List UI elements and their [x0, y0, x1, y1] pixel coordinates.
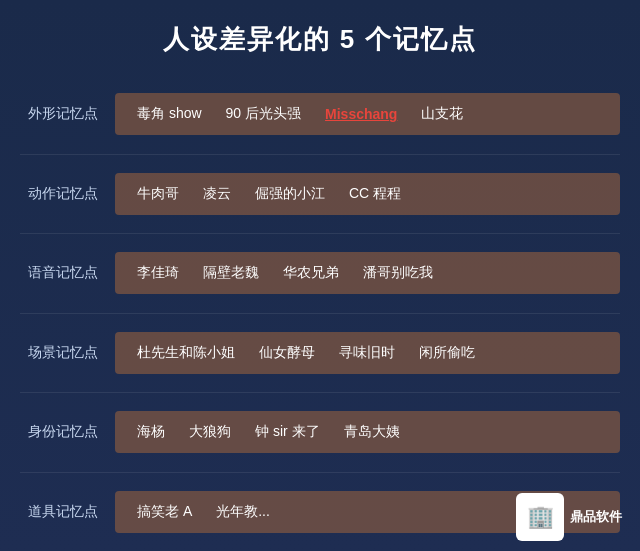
table-row: 身份记忆点海杨大狼狗钟 sir 来了青岛大姨 — [20, 393, 620, 473]
tag: 倔强的小江 — [247, 183, 333, 205]
row-label: 道具记忆点 — [20, 503, 115, 521]
table-area: 外形记忆点毒角 show90 后光头强Misschang山支花动作记忆点牛肉哥凌… — [0, 75, 640, 551]
tag: 仙女酵母 — [251, 342, 323, 364]
table-row: 动作记忆点牛肉哥凌云倔强的小江CC 程程 — [20, 155, 620, 235]
tag: 海杨 — [129, 421, 173, 443]
row-content: 毒角 show90 后光头强Misschang山支花 — [115, 93, 620, 135]
tag: 闲所偷吃 — [411, 342, 483, 364]
tag: 华农兄弟 — [275, 262, 347, 284]
tag: 钟 sir 来了 — [247, 421, 328, 443]
table-row: 场景记忆点杜先生和陈小姐仙女酵母寻味旧时闲所偷吃 — [20, 314, 620, 394]
table-row: 语音记忆点李佳琦隔壁老魏华农兄弟潘哥别吃我 — [20, 234, 620, 314]
tag: 青岛大姨 — [336, 421, 408, 443]
tag: 凌云 — [195, 183, 239, 205]
tag: 牛肉哥 — [129, 183, 187, 205]
tag: 李佳琦 — [129, 262, 187, 284]
tag: 隔壁老魏 — [195, 262, 267, 284]
tag: 大狼狗 — [181, 421, 239, 443]
tag: 搞笑老 A — [129, 501, 200, 523]
row-content: 杜先生和陈小姐仙女酵母寻味旧时闲所偷吃 — [115, 332, 620, 374]
tag: 毒角 show — [129, 103, 210, 125]
row-label: 身份记忆点 — [20, 423, 115, 441]
table-row: 外形记忆点毒角 show90 后光头强Misschang山支花 — [20, 75, 620, 155]
watermark: 🏢 鼎品软件 — [516, 493, 622, 541]
row-label: 动作记忆点 — [20, 185, 115, 203]
main-container: 人设差异化的 5 个记忆点 外形记忆点毒角 show90 后光头强Misscha… — [0, 0, 640, 551]
row-label: 场景记忆点 — [20, 344, 115, 362]
row-content: 牛肉哥凌云倔强的小江CC 程程 — [115, 173, 620, 215]
tag: 光年教... — [208, 501, 278, 523]
row-label: 语音记忆点 — [20, 264, 115, 282]
watermark-text: 鼎品软件 — [570, 508, 622, 526]
tag: 潘哥别吃我 — [355, 262, 441, 284]
tag: 90 后光头强 — [218, 103, 309, 125]
row-label: 外形记忆点 — [20, 105, 115, 123]
tag: CC 程程 — [341, 183, 409, 205]
tag: 山支花 — [413, 103, 471, 125]
tag: Misschang — [317, 104, 405, 124]
tag: 杜先生和陈小姐 — [129, 342, 243, 364]
page-title: 人设差异化的 5 个记忆点 — [0, 0, 640, 75]
row-content: 海杨大狼狗钟 sir 来了青岛大姨 — [115, 411, 620, 453]
row-content: 李佳琦隔壁老魏华农兄弟潘哥别吃我 — [115, 252, 620, 294]
watermark-logo: 🏢 — [516, 493, 564, 541]
tag: 寻味旧时 — [331, 342, 403, 364]
